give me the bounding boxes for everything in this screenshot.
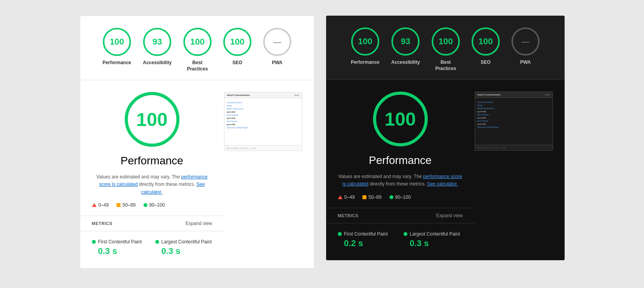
light-thumb-link-6[interactable]: Jekyll and GitHub Pages	[227, 126, 300, 129]
dark-thumb-link-6[interactable]: Jekyll and GitHub Pages	[477, 126, 550, 128]
dark-lcp-name-row: Largest Contentful Paint	[404, 231, 463, 237]
light-lcp-value: 0.3 s	[161, 246, 212, 256]
light-legend-orange: 50–89	[117, 202, 135, 208]
light-scores-section: 100 Performance 93 Accessibility 100 Bes…	[80, 16, 314, 80]
light-thumb-link-5[interactable]: Dark Theme	[227, 120, 300, 122]
dark-big-score-circle: 100	[373, 92, 428, 146]
dark-thumb-link-3[interactable]: BibTeX References	[477, 107, 550, 110]
dark-main-section: 100 Performance Values are estimated and…	[326, 80, 565, 260]
light-thumb-header: Jekyll Customization About	[224, 92, 302, 98]
light-metrics-label: METRICS	[92, 221, 113, 226]
dark-green-circle-icon	[389, 195, 393, 199]
light-description: Values are estimated and may vary. The p…	[92, 173, 212, 196]
light-performance-value: 100	[109, 37, 124, 47]
dark-lcp-label: Largest Contentful Paint	[410, 231, 460, 237]
dark-thumb-header: Jekyll Customization About	[475, 92, 553, 98]
light-thumb-section-2: up to link	[227, 117, 235, 119]
light-thumb-link-4[interactable]: Dark Notation	[227, 114, 300, 116]
light-legend-orange-range: 50–89	[122, 202, 135, 208]
light-bestpractices-value: 100	[190, 37, 205, 47]
dark-accessibility-value: 93	[401, 36, 410, 47]
light-seo-label: SEO	[232, 60, 242, 66]
light-fcp-value: 0.3 s	[98, 246, 149, 256]
dark-thumb-link-1[interactable]: Comment System	[477, 101, 550, 103]
light-accessibility-label: Accessibility	[143, 60, 172, 66]
panels-container: 100 Performance 93 Accessibility 100 Bes…	[80, 16, 565, 268]
dark-thumb-footer-text: Made with Jekyll · customization · resul…	[477, 147, 506, 149]
light-metrics-grid: First Contentful Paint 0.3 s Largest Con…	[92, 239, 212, 256]
light-thumb-link-2[interactable]: Citing	[227, 104, 300, 107]
dark-legend-red: 0–49	[338, 194, 355, 200]
light-accessibility-value: 93	[152, 37, 162, 47]
light-legend-red: 0–49	[92, 202, 109, 208]
dark-score-pwa: — PWA	[511, 27, 540, 72]
dark-fcp-dot-icon	[338, 232, 342, 236]
dark-performance-circle: 100	[351, 27, 379, 56]
light-thumb-nav: About	[294, 94, 299, 96]
dark-desc-prefix: Values are estimated and may vary. The	[338, 174, 423, 179]
dark-right-content: Jekyll Customization About Comment Syste…	[475, 92, 553, 248]
dark-bestpractices-label: BestPractices	[435, 59, 456, 72]
dark-scores-section: 100 Performance 93 Accessibility 100 Bes…	[326, 16, 565, 80]
dark-metrics-label: METRICS	[338, 213, 359, 218]
dark-fcp-name-row: First Contentful Paint	[338, 231, 397, 237]
light-thumb-footer: Made with Jekyll · customization · ·· re…	[224, 145, 302, 151]
light-metrics-header: METRICS Expand view	[80, 216, 224, 231]
light-website-thumbnail: Jekyll Customization About Comment Syste…	[224, 92, 302, 151]
dark-bestpractices-circle: 100	[432, 27, 460, 56]
dark-lcp-value: 0.3 s	[410, 238, 463, 248]
light-expand-view-button[interactable]: Expand view	[185, 221, 212, 226]
light-bestpractices-label: BestPractices	[187, 60, 208, 72]
light-score-performance: 100 Performance	[102, 28, 131, 72]
dark-thumb-title: Jekyll Customization	[477, 94, 501, 96]
light-thumb-link-3[interactable]: BibTeX References	[227, 108, 300, 110]
light-big-score-value: 100	[136, 109, 167, 130]
dark-thumb-link-5[interactable]: Dark Theme	[477, 120, 550, 122]
dark-thumb-section-2: up to link	[477, 117, 486, 119]
light-lcp-name-row: Largest Contentful Paint	[155, 239, 212, 245]
dark-thumb-footer: Made with Jekyll · customization · resul…	[475, 145, 553, 150]
dark-orange-square-icon	[362, 195, 366, 199]
light-bestpractices-circle: 100	[183, 28, 212, 56]
dark-website-thumbnail: Jekyll Customization About Comment Syste…	[475, 92, 553, 151]
light-fcp-dot-icon	[92, 240, 96, 244]
dark-expand-view-button[interactable]: Expand view	[436, 213, 463, 218]
dark-metric-lcp: Largest Contentful Paint 0.3 s	[404, 231, 463, 248]
dark-panel: 100 Performance 93 Accessibility 100 Bes…	[326, 16, 565, 260]
light-fcp-name-row: First Contentful Paint	[92, 239, 149, 245]
light-score-pwa: — PWA	[263, 28, 291, 72]
light-thumb-link-1[interactable]: Comment System	[227, 101, 300, 104]
dark-fcp-label: First Contentful Paint	[344, 231, 388, 237]
dark-calculator-link[interactable]: See calculator.	[427, 181, 458, 187]
dark-big-score-value: 100	[384, 108, 416, 130]
dark-seo-label: SEO	[481, 59, 490, 66]
light-thumb-body: Comment System Citing BibTeX References …	[224, 98, 302, 145]
dark-thumb-link-2[interactable]: Citing	[477, 104, 550, 106]
dark-performance-label: Performance	[351, 59, 379, 66]
dark-legend-red-range: 0–49	[344, 194, 355, 200]
dark-desc-middle: directly from these metrics.	[368, 181, 427, 187]
light-thumb-footer-text: Made with Jekyll · customization · ·· re…	[227, 147, 257, 149]
light-score-bestpractices: 100 BestPractices	[183, 28, 212, 72]
dark-pwa-label: PWA	[520, 59, 531, 66]
light-lcp-label: Largest Contentful Paint	[161, 239, 212, 245]
light-legend-red-range: 0–49	[99, 202, 109, 208]
light-thumb-title: Jekyll Customization	[227, 94, 250, 96]
dark-score-seo: 100 SEO	[472, 27, 500, 72]
light-performance-label: Performance	[102, 60, 131, 66]
dark-thumb-section-1: up to link	[477, 110, 486, 113]
dark-thumb-link-4[interactable]: Dark Notation	[477, 113, 550, 116]
light-main-section: 100 Performance Values are estimated and…	[80, 80, 314, 268]
dark-red-triangle-icon	[338, 195, 343, 199]
light-right-content: Jekyll Customization About Comment Syste…	[224, 92, 302, 256]
dark-metrics-grid: First Contentful Paint 0.2 s Largest Con…	[338, 231, 463, 248]
light-perf-title: Performance	[92, 155, 212, 167]
dark-metrics-header: METRICS Expand view	[326, 208, 475, 223]
light-score-seo: 100 SEO	[223, 28, 251, 72]
dark-legend-orange-range: 50–89	[368, 194, 381, 200]
dark-seo-circle: 100	[472, 27, 500, 56]
light-thumb-section-3: up to link	[227, 123, 235, 126]
light-metric-fcp: First Contentful Paint 0.3 s	[92, 239, 149, 256]
dark-legend-green: 90–100	[389, 194, 411, 200]
light-pwa-label: PWA	[272, 60, 282, 66]
